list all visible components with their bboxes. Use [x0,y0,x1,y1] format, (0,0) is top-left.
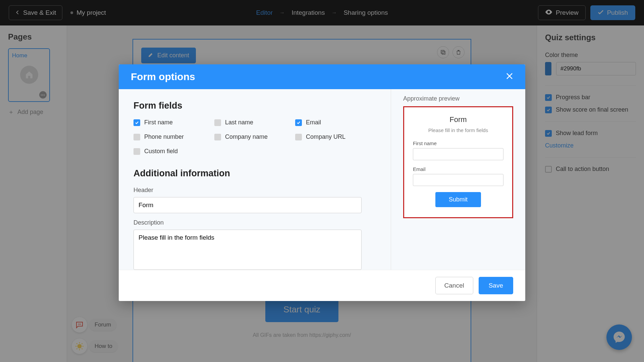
modal-left-panel[interactable]: Form fields First name Last name Email P… [119,89,391,270]
save-button[interactable]: Save [479,277,513,294]
modal-right-panel: Approximate preview Form Please fill in … [391,89,525,270]
checkbox-last-name[interactable] [214,119,221,126]
header-input-label: Header [133,187,376,194]
preview-email-label: Email [413,166,503,172]
checkbox-phone[interactable] [133,134,140,140]
description-textarea[interactable] [133,230,362,270]
preview-first-name-label: First name [413,140,503,146]
field-company-name: Company name [225,133,268,140]
preview-first-name-input [413,148,503,160]
form-fields-heading: Form fields [133,101,376,111]
field-phone: Phone number [144,133,184,140]
modal-title: Form options [131,71,195,82]
checkbox-custom-field[interactable] [133,148,140,155]
form-options-modal: Form options Form fields First name Last… [119,64,525,301]
checkbox-company-name[interactable] [214,134,221,140]
preview-email-input [413,174,503,186]
additional-info-heading: Additional information [133,168,376,179]
modal-overlay: Form options Form fields First name Last… [0,0,644,362]
checkbox-first-name[interactable] [133,119,140,126]
header-input[interactable] [133,197,362,213]
preview-title: Form [413,115,503,124]
preview-desc: Please fill in the form fields [413,127,503,133]
checkbox-company-url[interactable] [295,134,302,140]
preview-submit-button: Submit [435,192,481,207]
field-last-name: Last name [225,119,253,126]
field-company-url: Company URL [306,133,345,140]
approx-preview-label: Approximate preview [403,95,513,102]
form-preview: Form Please fill in the form fields Firs… [403,106,513,218]
checkbox-email[interactable] [295,119,302,126]
field-email: Email [306,119,321,126]
cancel-button[interactable]: Cancel [435,277,473,294]
description-input-label: Description [133,219,376,226]
field-first-name: First name [144,119,173,126]
close-icon[interactable] [506,71,513,82]
field-custom: Custom field [144,148,178,155]
